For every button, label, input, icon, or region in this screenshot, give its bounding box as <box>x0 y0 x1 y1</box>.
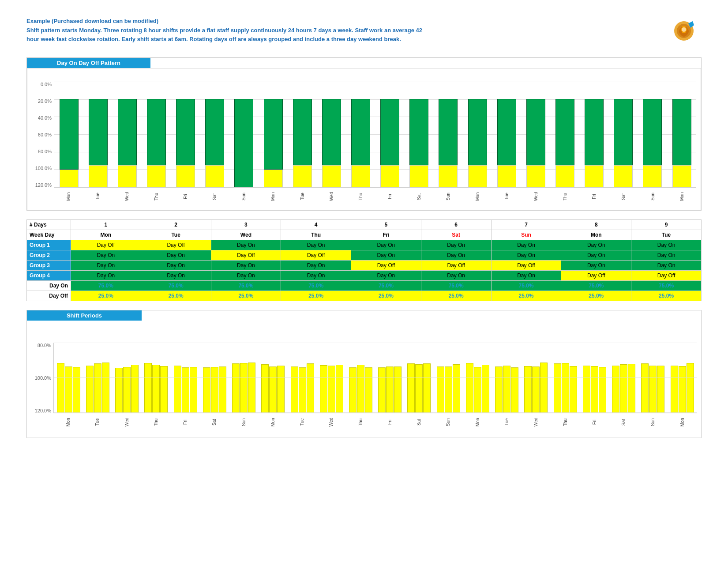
day-off-cell: Day Off <box>631 271 702 281</box>
shift-bar-yellow <box>219 367 226 413</box>
shift-bar-yellow <box>649 366 657 413</box>
shift-bar-yellow <box>583 366 590 413</box>
shift-bar-group <box>463 343 492 413</box>
days-header-cell: # Days <box>27 220 71 230</box>
shift-bar-yellow <box>160 366 168 413</box>
x-label: Mon <box>54 188 83 205</box>
x-label: Fri <box>579 188 608 205</box>
shift-bar-yellow <box>349 367 356 413</box>
day-on-cell: Day On <box>631 250 702 261</box>
bar-yellow <box>322 165 341 187</box>
day-on-cell: Day On <box>561 240 631 250</box>
bar-green <box>205 99 224 165</box>
x-label: Sat <box>404 188 433 205</box>
day-off-label: Day Off <box>27 291 71 301</box>
shift-bar-yellow <box>591 366 598 413</box>
shift-x-label: Sat <box>404 413 433 431</box>
shift-x-label: Mon <box>53 413 83 431</box>
bar-group <box>550 82 579 187</box>
day-on-cell: Day On <box>141 261 211 271</box>
day-on-cell: Day On <box>71 261 141 271</box>
day-off-cell: Day Off <box>421 261 491 271</box>
table-row: Group 2Day OnDay OnDay OffDay OffDay OnD… <box>27 250 702 261</box>
col9-day: Tue <box>631 230 702 240</box>
shift-bar-group <box>638 343 668 413</box>
shift-bar-yellow <box>671 366 678 413</box>
bar-group <box>288 82 317 187</box>
shift-bar-group <box>171 343 200 413</box>
shift-bar-yellow <box>532 367 540 413</box>
bar-group <box>521 82 550 187</box>
bar-yellow <box>585 165 604 187</box>
bar-green <box>439 99 458 165</box>
bar-green <box>497 99 516 165</box>
shift-bar-group <box>83 343 112 413</box>
x-label: Wed <box>521 188 550 205</box>
shift-bar-yellow <box>57 363 64 413</box>
chart2-title: Shift Periods <box>27 310 142 321</box>
bar-yellow <box>409 165 428 187</box>
shift-x-label: Fri <box>170 413 199 431</box>
x-label: Thu <box>142 188 171 205</box>
shift-bar-yellow <box>269 367 277 413</box>
col8-num: 8 <box>561 220 631 230</box>
shift-bar-group <box>142 343 171 413</box>
col8-day: Mon <box>561 230 631 240</box>
day-on-value: 75.0% <box>141 281 211 291</box>
shift-bar-group <box>580 343 609 413</box>
day-on-value: 75.0% <box>281 281 351 291</box>
shift-x-label: Wed <box>112 413 141 431</box>
x-label: Sun <box>638 188 667 205</box>
shift-bar-group <box>668 343 697 413</box>
shift-x-label: Sat <box>199 413 229 431</box>
col7-num: 7 <box>491 220 561 230</box>
day-on-cell: Day On <box>211 240 281 250</box>
col5-day: Fri <box>351 230 421 240</box>
shift-bar-yellow <box>211 367 218 413</box>
shift-bar-group <box>434 343 463 413</box>
bar-group <box>113 82 142 187</box>
day-off-value: 25.0% <box>421 291 491 301</box>
shift-bar-yellow <box>378 367 386 413</box>
bar-yellow <box>60 170 79 187</box>
shift-bar-yellow <box>291 367 298 413</box>
bar-group <box>346 82 375 187</box>
shift-x-label: Wed <box>316 413 345 431</box>
day-on-label: Day On <box>27 281 71 291</box>
shift-bar-yellow <box>453 364 460 413</box>
col1-day: Mon <box>71 230 141 240</box>
weekday-header-cell: Week Day <box>27 230 71 240</box>
shift-bar-group <box>317 343 346 413</box>
bar-green <box>293 99 312 165</box>
shift-bar-yellow <box>261 364 269 413</box>
day-on-value: 75.0% <box>71 281 141 291</box>
bar-yellow <box>439 165 458 187</box>
bar-yellow <box>468 165 487 187</box>
shift-bar-yellow <box>277 366 285 413</box>
day-on-value: 75.0% <box>421 281 491 291</box>
x-label: Tue <box>288 188 317 205</box>
day-off-value: 25.0% <box>631 291 702 301</box>
day-on-cell: Day On <box>141 271 211 281</box>
col6-num: 6 <box>421 220 491 230</box>
shift-bar-yellow <box>687 363 694 413</box>
stat-row-on: Day On75.0%75.0%75.0%75.0%75.0%75.0%75.0… <box>27 281 702 291</box>
chart1-section: Day On Day Off Pattern 120.0% 100.0% 80.… <box>26 57 702 211</box>
shift-bar-group <box>609 343 638 413</box>
day-on-cell: Day On <box>561 250 631 261</box>
shift-bar-group <box>259 343 288 413</box>
bar-yellow <box>643 165 662 187</box>
chart2-y-axis: 120.0% 100.0% 80.0% <box>31 343 53 413</box>
shift-bar-yellow <box>554 363 561 413</box>
chart1-bars <box>54 82 696 188</box>
day-off-cell: Day Off <box>491 261 561 271</box>
day-on-value: 75.0% <box>351 281 421 291</box>
shift-bar-group <box>200 343 229 413</box>
shift-x-label: Sun <box>638 413 667 431</box>
shift-bar-group <box>288 343 317 413</box>
shift-bar-yellow <box>620 364 627 413</box>
bar-group <box>317 82 346 187</box>
shift-x-label: Wed <box>521 413 550 431</box>
shift-bar-yellow <box>190 367 197 413</box>
shift-x-label: Thu <box>551 413 580 431</box>
